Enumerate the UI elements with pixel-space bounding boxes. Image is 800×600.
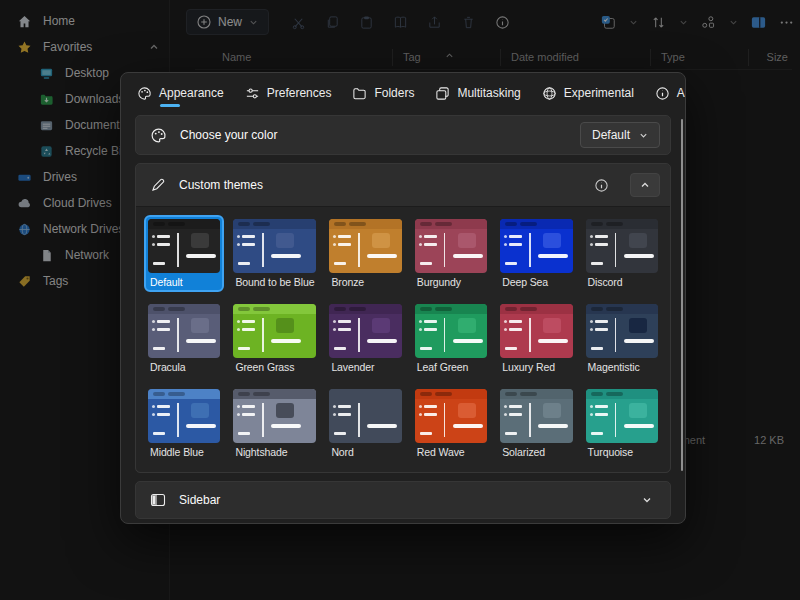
theme-name: Bound to be Blue (233, 273, 316, 288)
palette-icon (150, 127, 167, 144)
tab-label: Multitasking (457, 75, 520, 111)
brush-icon (150, 177, 166, 193)
theme-tile[interactable]: Middle Blue (144, 385, 224, 462)
info-icon (655, 86, 670, 101)
preview-folder (191, 233, 209, 248)
preview-titlebar (415, 304, 487, 314)
preview-titlebar (586, 304, 658, 314)
theme-name: Solarized (500, 443, 572, 458)
theme-name: Middle Blue (148, 443, 220, 458)
theme-preview (586, 304, 658, 358)
theme-name: Nightshade (233, 443, 316, 458)
theme-tile[interactable]: Turquoise (582, 385, 662, 462)
theme-preview (148, 304, 220, 358)
theme-preview (586, 389, 658, 443)
preview-folder (629, 318, 647, 333)
preview-titlebar (415, 219, 487, 229)
theme-tile[interactable]: Magentistic (582, 300, 662, 377)
windows-icon (435, 86, 450, 101)
theme-tile[interactable]: Bound to be Blue (229, 215, 320, 292)
tab-multitasking[interactable]: Multitasking (435, 75, 520, 111)
theme-tile[interactable]: Bronze (325, 215, 405, 292)
preview-folder (191, 403, 209, 418)
preview-titlebar (148, 219, 220, 229)
preview-titlebar (500, 219, 572, 229)
tab-appearance[interactable]: Appearance (137, 75, 224, 111)
color-dropdown[interactable]: Default (580, 122, 660, 148)
chevron-down-icon[interactable] (642, 495, 652, 505)
theme-preview (233, 304, 316, 358)
theme-tile[interactable]: Red Wave (411, 385, 491, 462)
theme-name: Deep Sea (500, 273, 572, 288)
theme-grid: Default Bound to be B (144, 215, 662, 462)
theme-tile[interactable]: Dracula (144, 300, 224, 377)
theme-preview (415, 219, 487, 273)
tab-experimental[interactable]: Experimental (542, 75, 634, 111)
folder-icon (352, 86, 367, 101)
theme-tile[interactable]: Discord (582, 215, 662, 292)
tab-label: Appearance (159, 75, 224, 111)
theme-name: Luxury Red (500, 358, 572, 373)
tab-label: Experimental (564, 75, 634, 111)
chevron-down-icon (639, 131, 648, 140)
settings-content: Choose your color Default Custom themes (121, 113, 685, 524)
theme-preview (233, 389, 316, 443)
tab-folders[interactable]: Folders (352, 75, 414, 111)
theme-name: Leaf Green (415, 358, 487, 373)
info-icon[interactable] (594, 178, 609, 193)
theme-preview (500, 389, 572, 443)
theme-tile[interactable]: Leaf Green (411, 300, 491, 377)
preview-folder (276, 233, 294, 248)
theme-tile[interactable]: Default (144, 215, 224, 292)
tab-label: About (677, 75, 686, 111)
preview-titlebar (148, 389, 220, 399)
palette-icon (137, 86, 152, 101)
theme-name: Burgundy (415, 273, 487, 288)
sidebar-section-card[interactable]: Sidebar (135, 481, 671, 519)
theme-tile[interactable]: Nord (325, 385, 405, 462)
preview-titlebar (233, 304, 316, 314)
theme-preview (500, 219, 572, 273)
theme-tile[interactable]: Green Grass (229, 300, 320, 377)
theme-tile[interactable]: Solarized (496, 385, 576, 462)
preview-folder (276, 403, 294, 418)
theme-tile[interactable]: Luxury Red (496, 300, 576, 377)
preview-titlebar (329, 304, 401, 314)
theme-tile[interactable]: Nightshade (229, 385, 320, 462)
custom-themes-header[interactable]: Custom themes (136, 164, 670, 206)
theme-preview (586, 219, 658, 273)
preview-titlebar (415, 389, 487, 399)
preview-titlebar (500, 304, 572, 314)
theme-preview (329, 304, 401, 358)
theme-tile[interactable]: Lavender (325, 300, 405, 377)
preview-folder (276, 318, 294, 333)
custom-themes-card: Custom themes (135, 163, 671, 473)
settings-tabs: Appearance Preferences Folders Multitask… (121, 73, 685, 113)
preview-folder (458, 403, 476, 418)
theme-preview (148, 219, 220, 273)
theme-name: Nord (329, 443, 401, 458)
preview-folder (372, 233, 390, 248)
dialog-scrollbar[interactable] (681, 119, 684, 471)
tab-preferences[interactable]: Preferences (245, 75, 332, 111)
collapse-button[interactable] (630, 173, 660, 197)
preview-folder (629, 403, 647, 418)
chevron-up-icon (640, 180, 650, 190)
theme-name: Turquoise (586, 443, 658, 458)
preview-folder (629, 233, 647, 248)
theme-tile[interactable]: Deep Sea (496, 215, 576, 292)
theme-preview (500, 304, 572, 358)
theme-name: Discord (586, 273, 658, 288)
theme-name: Green Grass (233, 358, 316, 373)
tab-label: Folders (374, 75, 414, 111)
theme-tile[interactable]: Burgundy (411, 215, 491, 292)
files-app-screen: Home Favorites Desktop (0, 0, 800, 600)
sidebar-section-label: Sidebar (179, 493, 220, 507)
custom-themes-label: Custom themes (179, 178, 263, 192)
preview-folder (372, 318, 390, 333)
tab-about[interactable]: About (655, 75, 686, 111)
theme-preview (415, 304, 487, 358)
sliders-icon (245, 86, 260, 101)
theme-name: Bronze (329, 273, 401, 288)
preview-titlebar (500, 389, 572, 399)
